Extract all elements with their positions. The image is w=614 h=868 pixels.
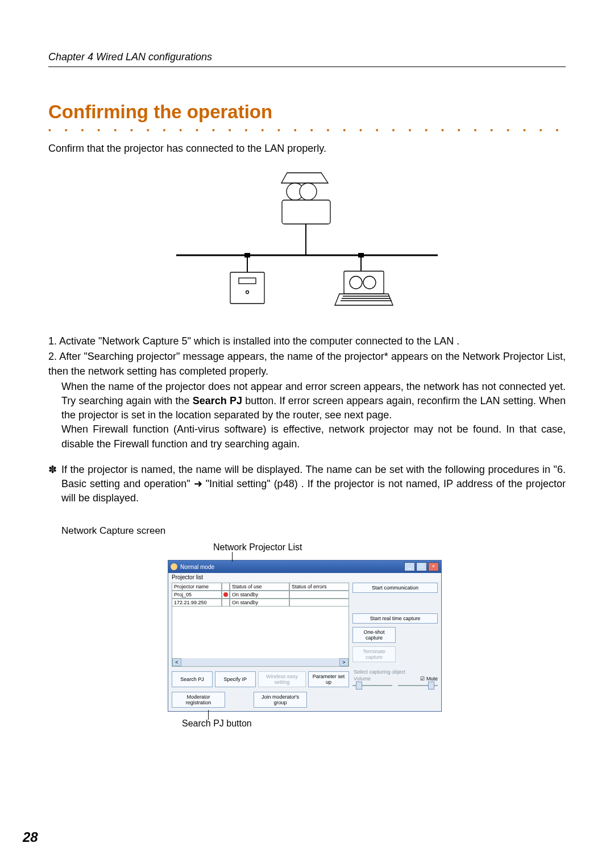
step-1: 1. Activate "Network Capture 5" which is… bbox=[48, 334, 566, 348]
col-errors: Status of errors bbox=[289, 583, 349, 591]
note-mark: ✽ bbox=[48, 463, 61, 506]
col-projector-name: Projector name bbox=[172, 583, 222, 591]
horizontal-scrollbar[interactable]: < > bbox=[172, 658, 349, 666]
cell-status: On standby bbox=[230, 599, 289, 607]
status-dot-icon bbox=[223, 592, 228, 597]
network-diagram bbox=[48, 170, 566, 320]
parameter-setup-button[interactable]: Parameter set up bbox=[308, 671, 349, 687]
mute-label: Mute bbox=[426, 676, 438, 682]
volume-label: Volume bbox=[354, 676, 371, 682]
caption-projector-list: Network Projector List bbox=[213, 542, 566, 553]
cell-errors bbox=[289, 591, 349, 599]
col-marker bbox=[222, 583, 230, 591]
decorative-dots: • • • • • • • • • • • • • • • • • • • • … bbox=[48, 126, 566, 135]
table-empty-area: < > bbox=[172, 607, 349, 667]
maximize-button[interactable]: □ bbox=[416, 562, 427, 571]
caption-search-pj: Search PJ button bbox=[182, 719, 566, 729]
minimize-button[interactable]: _ bbox=[404, 562, 415, 571]
intro-text: Confirm that the projector has connected… bbox=[48, 142, 566, 156]
section-title: Confirming the operation bbox=[48, 101, 566, 123]
table-row[interactable]: Proj_05 On standby bbox=[172, 591, 349, 599]
one-shot-button[interactable]: One-shot capture bbox=[352, 627, 396, 643]
svg-point-11 bbox=[246, 291, 249, 294]
title-bar: Normal mode _ □ × bbox=[168, 560, 441, 573]
cell-name: 172.21.99.250 bbox=[172, 599, 222, 607]
pointer-line-icon: │ bbox=[230, 554, 566, 560]
search-pj-button[interactable]: Search PJ bbox=[172, 671, 213, 687]
step-2b: When Firewall function (Anti-virus softw… bbox=[61, 422, 566, 451]
cell-marker bbox=[222, 599, 230, 607]
step-2a-bold: Search PJ bbox=[193, 395, 242, 406]
cell-marker bbox=[222, 591, 230, 599]
wireless-easy-button[interactable]: Wireless easy setting bbox=[258, 671, 306, 687]
caption-screen: Network Capture screen bbox=[61, 525, 566, 537]
svg-rect-5 bbox=[244, 253, 250, 258]
note-body: If the projector is named, the name will… bbox=[61, 463, 566, 506]
cell-status: On standby bbox=[230, 591, 289, 599]
svg-point-13 bbox=[350, 276, 362, 289]
app-window: Normal mode _ □ × Projector list Project… bbox=[168, 560, 442, 712]
svg-rect-2 bbox=[282, 200, 330, 224]
pointer-line-icon: │ bbox=[206, 712, 566, 718]
step-2-lead: 2. After "Searching projector" message a… bbox=[48, 350, 566, 378]
volume-slider-left[interactable] bbox=[352, 685, 392, 686]
svg-rect-10 bbox=[239, 278, 256, 284]
svg-rect-6 bbox=[358, 253, 364, 258]
arrow-icon: ➜ bbox=[194, 478, 202, 489]
app-icon bbox=[171, 563, 177, 570]
chapter-header: Chapter 4 Wired LAN configurations bbox=[48, 51, 212, 63]
svg-rect-9 bbox=[230, 272, 264, 304]
start-communication-button[interactable]: Start communication bbox=[352, 583, 438, 593]
moderator-registration-button[interactable]: Moderator registration bbox=[172, 692, 225, 708]
join-moderator-button[interactable]: Join moderator's group bbox=[254, 692, 307, 708]
table-header: Projector name Status of use Status of e… bbox=[172, 583, 349, 591]
scroll-left-icon[interactable]: < bbox=[172, 658, 181, 666]
page-number: 28 bbox=[23, 829, 38, 845]
cell-name: Proj_05 bbox=[172, 591, 222, 599]
select-object-label: Select capturing object bbox=[354, 669, 438, 675]
mute-checkbox[interactable]: ☑ Mute bbox=[420, 676, 438, 682]
volume-slider-right[interactable] bbox=[398, 685, 438, 686]
table-row[interactable]: 172.21.99.250 On standby bbox=[172, 599, 349, 607]
cell-errors bbox=[289, 599, 349, 607]
start-realtime-button[interactable]: Start real time capture bbox=[352, 613, 438, 624]
step-2a: When the name of the projector does not … bbox=[61, 380, 566, 423]
col-status: Status of use bbox=[230, 583, 289, 591]
svg-point-14 bbox=[363, 276, 376, 289]
close-button[interactable]: × bbox=[428, 562, 439, 571]
window-title: Normal mode bbox=[180, 564, 214, 570]
scroll-right-icon[interactable]: > bbox=[339, 658, 349, 666]
menu-bar: Projector list bbox=[168, 573, 441, 582]
specify-ip-button[interactable]: Specify IP bbox=[215, 671, 256, 687]
terminate-capture-button[interactable]: Terminate capture bbox=[352, 646, 396, 662]
svg-point-1 bbox=[300, 183, 317, 200]
